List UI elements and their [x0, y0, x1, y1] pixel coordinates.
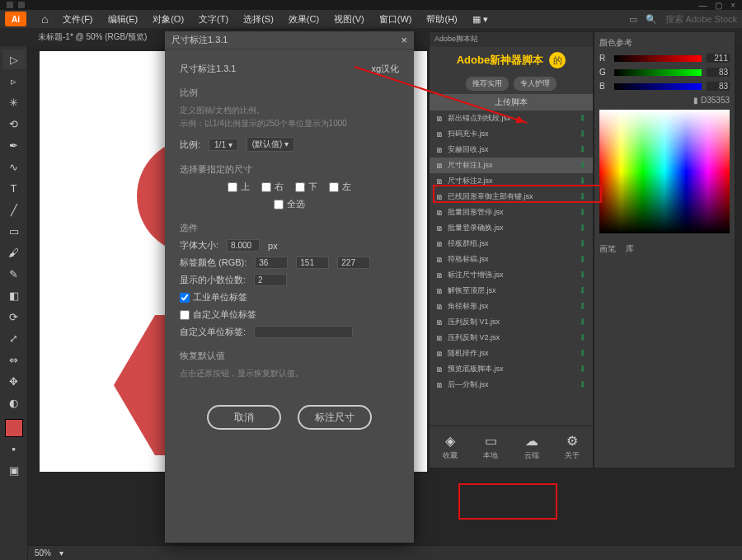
screen-mode-icon[interactable]: ▣ — [2, 460, 26, 480]
g-slider[interactable] — [614, 69, 702, 76]
g-value[interactable]: 83 — [707, 68, 730, 77]
script-item[interactable]: 🗎 径板群组.jsx⬇ — [430, 236, 593, 252]
menu-help[interactable]: 帮助(H) — [426, 13, 457, 26]
download-icon[interactable]: ⬇ — [579, 113, 586, 124]
script-item[interactable]: 🗎 安赫回收.jsx⬇ — [430, 142, 593, 158]
script-item[interactable]: 🗎 尺寸标注1.jsx⬇ — [430, 158, 593, 173]
window-controls[interactable]: —▢× — [698, 1, 735, 10]
eraser-tool-icon[interactable]: ◧ — [2, 285, 26, 305]
tab-library[interactable]: 库 — [626, 243, 634, 255]
footer-button[interactable]: ◈收藏 — [443, 433, 458, 461]
document-tab[interactable]: 未标题-1* @ 50% (RGB/预览) — [38, 31, 147, 43]
rotate-tool-icon[interactable]: ⟳ — [2, 307, 26, 327]
download-icon[interactable]: ⬇ — [579, 348, 586, 359]
cancel-button[interactable]: 取消 — [207, 405, 281, 430]
download-icon[interactable]: ⬇ — [579, 285, 586, 296]
script-item[interactable]: 🗎 符格标稿.jsx⬇ — [430, 252, 593, 267]
width-tool-icon[interactable]: ⇔ — [2, 350, 26, 369]
hex-value[interactable]: ▮ D35353 — [599, 96, 730, 105]
script-item[interactable]: 🗎 标注尺寸增强.jsx⬇ — [430, 267, 593, 283]
footer-button[interactable]: ▭本地 — [483, 433, 498, 461]
chk-custom-unit[interactable]: 自定义单位标签 — [180, 308, 256, 321]
menu-file[interactable]: 文件(F) — [63, 13, 92, 26]
scripts-tab-pro[interactable]: 专人护理 — [514, 77, 556, 91]
selection-tool-icon[interactable]: ▷ — [2, 49, 26, 69]
download-icon[interactable]: ⬇ — [579, 270, 586, 280]
scripts-tab-recommended[interactable]: 推荐实用 — [466, 77, 509, 91]
footer-button[interactable]: ☁云端 — [524, 433, 539, 461]
direct-select-tool-icon[interactable]: ▹ — [2, 71, 26, 91]
color-b-input[interactable] — [337, 256, 370, 269]
download-icon[interactable]: ⬇ — [579, 144, 586, 155]
lasso-tool-icon[interactable]: ⟲ — [2, 114, 26, 134]
workspace-icon[interactable]: ▦ ▾ — [472, 14, 488, 25]
zoom-level[interactable]: 50% — [35, 548, 51, 558]
download-icon[interactable]: ⬇ — [579, 223, 586, 233]
scripts-category[interactable]: 上传脚本 — [430, 94, 593, 111]
home-icon[interactable]: ⌂ — [41, 12, 48, 26]
ratio-select[interactable]: 1/1 ▾ — [209, 139, 238, 151]
search-stock[interactable]: 搜索 Adobe Stock — [665, 13, 737, 26]
chk-left[interactable]: 左 — [329, 181, 351, 193]
brush-tool-icon[interactable]: 🖌 — [2, 242, 26, 262]
download-icon[interactable]: ⬇ — [579, 129, 586, 139]
curvature-tool-icon[interactable]: ∿ — [2, 157, 26, 176]
fill-stroke-swatch[interactable] — [5, 419, 23, 437]
script-item[interactable]: 🗎 角径标形.jsx⬇ — [430, 299, 593, 314]
menu-effect[interactable]: 效果(C) — [289, 13, 319, 26]
script-item[interactable]: 🗎 预览底板脚本.jsx⬇ — [430, 361, 593, 377]
download-icon[interactable]: ⬇ — [579, 379, 586, 390]
tab-brush[interactable]: 画笔 — [599, 243, 616, 255]
color-r-input[interactable] — [255, 256, 288, 269]
chk-industrial[interactable]: 工业单位标签 — [180, 291, 247, 304]
download-icon[interactable]: ⬇ — [579, 254, 586, 265]
ok-button[interactable]: 标注尺寸 — [298, 405, 372, 430]
script-item[interactable]: 🗎 随机排作.jsx⬇ — [430, 346, 593, 361]
download-icon[interactable]: ⬇ — [579, 332, 586, 343]
menu-object[interactable]: 对象(O) — [153, 13, 184, 26]
footer-button[interactable]: ⚙关于 — [565, 433, 580, 461]
chk-top[interactable]: 上 — [228, 181, 250, 193]
script-item[interactable]: 🗎 批量登录确换.jsx⬇ — [430, 220, 593, 236]
script-item[interactable]: 🗎 后—分制.jsx⬇ — [430, 377, 593, 393]
b-value[interactable]: 83 — [707, 82, 730, 91]
download-icon[interactable]: ⬇ — [579, 317, 586, 327]
decimals-input[interactable] — [254, 274, 287, 286]
line-tool-icon[interactable]: ╱ — [2, 200, 26, 219]
chk-all[interactable]: 全选 — [274, 198, 305, 210]
close-icon[interactable]: × — [401, 34, 407, 46]
script-item[interactable]: 🗎 压列反制 V2.jsx⬇ — [430, 330, 593, 346]
download-icon[interactable]: ⬇ — [579, 207, 586, 218]
color-spectrum[interactable] — [599, 110, 730, 233]
menu-edit[interactable]: 编辑(E) — [108, 13, 139, 26]
type-tool-icon[interactable]: T — [2, 178, 26, 198]
free-transform-tool-icon[interactable]: ✥ — [2, 371, 26, 391]
ratio-default-select[interactable]: (默认值) ▾ — [247, 137, 294, 152]
b-slider[interactable] — [614, 83, 702, 90]
menu-view[interactable]: 视图(V) — [334, 13, 364, 26]
script-item[interactable]: 🗎 扫码充卡.jsx⬇ — [430, 126, 593, 142]
rectangle-tool-icon[interactable]: ▭ — [2, 221, 26, 241]
chk-right[interactable]: 右 — [261, 181, 284, 193]
r-slider[interactable] — [614, 55, 702, 62]
magic-wand-tool-icon[interactable]: ✳ — [2, 92, 26, 112]
color-mode-icon[interactable]: ▪ — [2, 439, 26, 459]
script-item[interactable]: 🗎 批量回形管停.jsx⬇ — [430, 205, 593, 220]
font-size-input[interactable] — [227, 239, 260, 252]
layout-icon[interactable]: ▭ — [629, 14, 637, 25]
chk-bottom[interactable]: 下 — [295, 181, 317, 193]
menu-select[interactable]: 选择(S) — [243, 13, 274, 26]
search-icon[interactable]: 🔍 — [646, 14, 657, 25]
shape-builder-tool-icon[interactable]: ◐ — [2, 393, 26, 412]
download-icon[interactable]: ⬇ — [579, 364, 586, 374]
download-icon[interactable]: ⬇ — [579, 301, 586, 312]
script-item[interactable]: 🗎 解恢至顶层.jsx⬇ — [430, 283, 593, 299]
scale-tool-icon[interactable]: ⤢ — [2, 328, 26, 348]
r-value[interactable]: 211 — [707, 54, 730, 63]
color-g-input[interactable] — [296, 256, 329, 269]
menu-window[interactable]: 窗口(W) — [379, 13, 412, 26]
shaper-tool-icon[interactable]: ✎ — [2, 264, 26, 284]
download-icon[interactable]: ⬇ — [579, 238, 586, 249]
pen-tool-icon[interactable]: ✒ — [2, 135, 26, 155]
menu-type[interactable]: 文字(T) — [199, 13, 228, 26]
